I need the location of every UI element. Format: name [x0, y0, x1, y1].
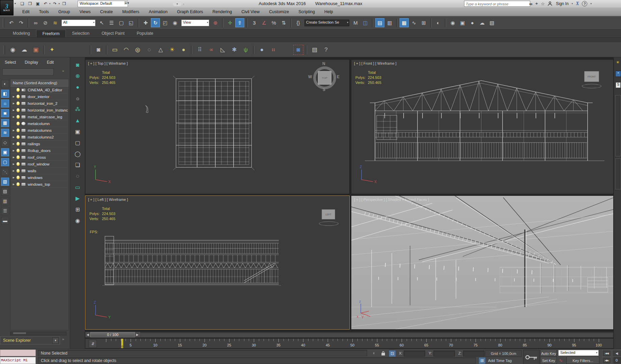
filter-spacewarps-icon[interactable]: ≋ — [1, 129, 9, 137]
expand-arrow-icon[interactable]: ▶ — [11, 129, 16, 132]
key-mode-dropdown[interactable]: Selected — [558, 350, 599, 356]
use-pivot-center-icon[interactable]: ⊕ — [211, 18, 220, 27]
y-coord-field[interactable] — [433, 351, 455, 357]
visibility-bulb-icon[interactable] — [17, 176, 20, 179]
keyboard-override-icon[interactable]: ⇧ — [235, 18, 244, 27]
scene-object-row[interactable]: ▶metalcolumns — [10, 127, 69, 134]
scene-object-row[interactable]: ▶metal_staircase_leg — [10, 114, 69, 120]
time-slider-prev-icon[interactable]: ◀ — [85, 332, 90, 337]
viewport-front-label[interactable]: [ + ] [ Front ] [ Wireframe ] — [354, 61, 397, 65]
timeline-ruler[interactable]: 0 51015202530354045505560657075808590951… — [102, 339, 608, 348]
visibility-bulb-icon[interactable] — [17, 155, 20, 159]
cloud-icon[interactable]: ☁ — [19, 45, 29, 55]
filter-materials-icon[interactable]: ▤ — [1, 187, 9, 195]
expand-arrow-icon[interactable]: ▶ — [11, 163, 16, 165]
menu-customize[interactable]: Customize — [264, 9, 294, 14]
visibility-bulb-icon[interactable] — [17, 101, 20, 105]
render-cloud-icon[interactable]: ☁ — [478, 18, 487, 27]
filter-containers-icon[interactable]: ▧ — [1, 178, 9, 186]
communication-icon[interactable]: ⌖ — [535, 1, 538, 6]
expand-arrow-icon[interactable]: ▶ — [11, 183, 16, 186]
scene-object-row[interactable]: CINEMA_4D_Editor — [10, 87, 69, 93]
dome-light-icon[interactable]: ◠ — [121, 45, 131, 55]
expand-arrow-icon[interactable]: ▶ — [11, 109, 16, 112]
select-rotate-icon[interactable]: ↻ — [151, 18, 160, 27]
mini-curve-editor-icon[interactable]: ⇵ — [89, 340, 97, 348]
plugin-bulb-dashed-icon[interactable]: ◌ — [73, 172, 82, 181]
visibility-bulb-icon[interactable] — [17, 95, 20, 98]
selection-lock-icon[interactable] — [380, 350, 386, 356]
visibility-bulb-icon[interactable] — [17, 88, 20, 92]
select-object-icon[interactable]: ↖ — [97, 18, 106, 27]
explorer-search-input[interactable] — [3, 69, 53, 75]
tab-freeform[interactable]: Freeform — [36, 30, 66, 37]
key-filters-button[interactable]: Key Filters... — [566, 357, 599, 364]
sign-in-button[interactable]: Sign In — [556, 1, 568, 6]
angle-snap-icon[interactable]: ∠ — [260, 18, 269, 27]
menu-scripting[interactable]: Scripting — [294, 9, 320, 14]
filter-bones-icon[interactable]: ⋱ — [1, 168, 9, 176]
current-frame-field[interactable]: 0 — [614, 357, 621, 363]
add-time-tag-button[interactable]: Add Time Tag — [488, 359, 512, 363]
snap-3d-icon[interactable]: 3 — [250, 18, 259, 27]
help-search-input[interactable] — [464, 1, 530, 7]
disc-light-icon[interactable]: ◎ — [133, 45, 143, 55]
viewcube-ring[interactable] — [319, 221, 339, 226]
spacing-tool-icon[interactable]: ◺ — [218, 45, 228, 55]
explorer-hscrollbar[interactable] — [10, 332, 66, 335]
go-to-start-icon[interactable]: |◀◀ — [602, 350, 611, 357]
x-coord-field[interactable] — [404, 351, 425, 357]
tab-selection[interactable]: Selection — [66, 30, 95, 37]
menu-modifiers[interactable]: Modifiers — [117, 9, 144, 14]
scene-object-row[interactable]: metalcolumn — [10, 120, 69, 127]
ribbon-toggle-icon[interactable]: ▦ — [400, 18, 409, 27]
filter-groups-icon[interactable]: ▣ — [1, 148, 9, 156]
filter-lights-icon[interactable]: ☼ — [1, 99, 9, 108]
window-crossing-icon[interactable]: ◱ — [127, 18, 136, 27]
visibility-bulb-icon[interactable] — [17, 142, 20, 146]
explorer-menu-select[interactable]: Select — [5, 60, 16, 65]
scene-object-row[interactable]: ▶metalcolumns2 — [10, 134, 69, 141]
rect-selection-region-icon[interactable]: ▢ — [117, 18, 126, 27]
sphere-icon[interactable]: ● — [257, 45, 267, 55]
default-in-out-tangent-icon[interactable]: ∿ — [559, 358, 563, 363]
select-place-object-icon[interactable]: ◙ — [293, 45, 303, 55]
viewport-top-label[interactable]: [ + ] [ Top ] [ Wireframe ] — [88, 61, 128, 65]
material-editor-icon[interactable]: ◐ — [434, 18, 443, 27]
isolate-selection-icon[interactable]: ♀ — [371, 350, 377, 356]
plugin-tree-panel-icon[interactable]: ▣ — [73, 127, 82, 136]
rect-light-icon[interactable]: ▭ — [110, 45, 120, 55]
align-icon[interactable]: ◫ — [361, 18, 370, 27]
light-lister-icon[interactable]: ✦ — [47, 45, 57, 55]
visibility-bulb-icon[interactable] — [17, 108, 20, 112]
select-scale-icon[interactable]: ◰ — [161, 18, 170, 27]
search-icon[interactable]: ∞ — [529, 1, 532, 6]
scene-object-row[interactable]: ▶roof_cross — [10, 154, 69, 161]
visibility-bulb-icon[interactable] — [17, 122, 20, 125]
filter-layers-icon[interactable]: ▥ — [1, 197, 9, 205]
menu-group[interactable]: Group — [54, 9, 75, 14]
visibility-bulb-icon[interactable] — [17, 149, 20, 152]
app-menu-caret-icon[interactable]: ▾ — [15, 2, 16, 5]
layer-explorer-icon[interactable]: ▥ — [385, 18, 394, 27]
maxscript-mini-listener[interactable] — [0, 350, 36, 356]
schematic-view-icon[interactable]: ⊞ — [419, 18, 428, 27]
gallery-icon[interactable]: ▧ — [487, 18, 496, 27]
scene-object-row[interactable]: ▶Rollup_doors — [10, 147, 69, 154]
scene-object-row[interactable]: ▶windows — [10, 174, 69, 181]
geometry-category-icon[interactable]: ◗ — [615, 71, 621, 77]
filter-all-icon[interactable]: ◐ — [1, 80, 9, 88]
menu-civil-view[interactable]: Civil View — [237, 9, 264, 14]
visibility-bulb-icon[interactable] — [17, 182, 20, 186]
scene-object-row[interactable]: ▶windows_top — [10, 181, 69, 188]
sun-icon[interactable]: ☀ — [616, 60, 620, 65]
scene-explorer-toggle-icon[interactable]: ▤ — [375, 18, 384, 27]
maxscript-listener-field[interactable]: MAXScript Mi — [0, 357, 36, 364]
select-move-icon[interactable]: ✚ — [141, 18, 150, 27]
teapot-wire-icon[interactable]: ◌ — [144, 45, 154, 55]
filter-list-icon[interactable]: ☰ — [1, 207, 9, 215]
scene-object-row[interactable]: ▶railings — [10, 141, 69, 147]
viewcube-front-face[interactable]: FRONT — [584, 71, 599, 82]
plugin-panel-arrows-icon[interactable]: ⊞ — [73, 205, 82, 214]
grass-icon[interactable]: ψ — [241, 45, 251, 55]
